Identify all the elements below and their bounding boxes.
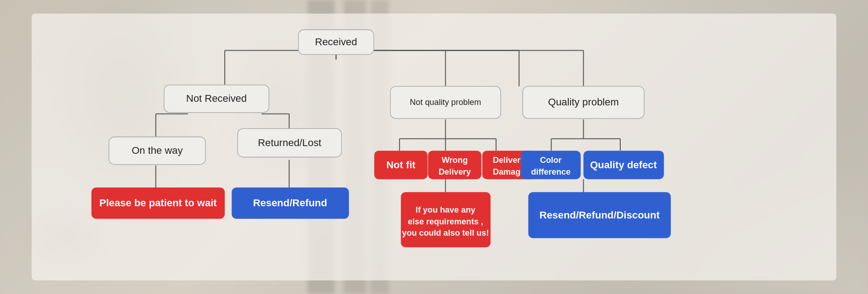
resend-refund-discount-label: Resend/Refund/Discount (539, 209, 660, 221)
if-any-line1: If you have any (415, 205, 476, 214)
resend-refund-label: Resend/Refund (253, 197, 327, 209)
if-any-line3: you could also tell us! (402, 228, 489, 237)
received-label: Received (315, 36, 357, 47)
if-any-line2: else requirements , (408, 217, 483, 226)
returned-lost-label: Returned/Lost (258, 137, 321, 148)
not-received-label: Not Received (186, 93, 247, 104)
wrong-delivery-label2: Delivery (439, 167, 471, 176)
please-wait-label: Please be patient to wait (99, 197, 217, 209)
flowchart: Received Not Received On the way Returne… (32, 14, 836, 280)
not-quality-label: Not quality problem (410, 97, 481, 107)
main-container: Received Not Received On the way Returne… (32, 14, 836, 280)
delivery-damage-label2: Damage (493, 167, 525, 176)
on-the-way-label: On the way (132, 145, 183, 156)
color-diff-label2: difference (531, 167, 571, 176)
quality-defect-label: Quality defect (590, 159, 657, 171)
not-fit-label: Not fit (386, 159, 415, 171)
delivery-damage-label: Delivery (493, 155, 525, 165)
wrong-delivery-label: Wrong (442, 155, 468, 165)
quality-problem-label: Quality problem (548, 96, 619, 108)
diagram-svg: Received Not Received On the way Returne… (32, 14, 836, 280)
color-diff-label1: Color (540, 155, 561, 165)
